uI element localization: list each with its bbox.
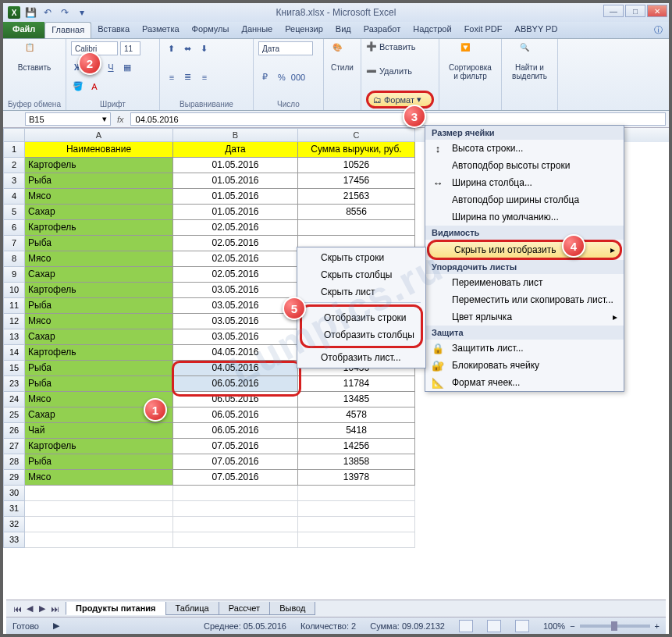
menu-hide-show[interactable]: Скрыть или отобразить▸ [427,240,622,260]
zoom-slider[interactable] [580,625,650,628]
row-header[interactable]: 29 [3,470,25,486]
cell[interactable]: Картофель [25,283,173,298]
align-bot-icon[interactable]: ⬇ [197,41,212,55]
cell[interactable]: Мясо [25,251,173,267]
row-header[interactable]: 15 [3,361,25,376]
row-header[interactable]: 31 [3,501,25,517]
menu-protect-sheet[interactable]: 🔒Защитить лист... [425,340,624,357]
percent-icon[interactable]: % [275,70,289,84]
tab-addins[interactable]: Надстрой [407,22,457,38]
cell[interactable] [173,501,298,517]
status-macro-icon[interactable]: ▶ [53,621,59,631]
tab-layout[interactable]: Разметка [136,22,186,38]
cell[interactable] [173,486,298,501]
cell[interactable] [173,517,298,532]
cell[interactable] [298,501,415,517]
tab-developer[interactable]: Разработ [357,22,407,38]
view-layout-icon[interactable] [487,620,501,632]
menu-autofit-row[interactable]: Автоподбор высоты строки [425,157,624,174]
sheet-nav-first-icon[interactable]: ⏮ [11,603,23,615]
row-header[interactable]: 28 [3,454,25,470]
cell[interactable]: Картофель [25,345,173,361]
row-header[interactable]: 26 [3,423,25,439]
view-normal-icon[interactable] [459,620,473,632]
menu-hide-rows[interactable]: Скрыть строки [299,249,424,266]
row-header[interactable]: 5 [3,205,25,220]
cell[interactable]: 10526 [298,158,415,173]
minimize-button[interactable]: — [603,5,624,17]
cell[interactable]: Картофель [25,439,173,454]
row-header[interactable]: 25 [3,407,25,423]
menu-row-height[interactable]: ↕Высота строки... [425,140,624,157]
name-box-dropdown-icon[interactable]: ▾ [102,114,107,124]
cell[interactable]: 02.05.2016 [173,236,298,251]
number-format[interactable]: Дата [258,41,313,55]
maximize-button[interactable]: □ [625,5,645,17]
row-header[interactable]: 30 [3,486,25,501]
cell[interactable]: 21563 [298,189,415,205]
cell[interactable]: 02.05.2016 [173,251,298,267]
cell[interactable]: 5418 [298,423,415,439]
cell[interactable]: 03.05.2016 [173,329,298,345]
comma-icon[interactable]: 000 [291,70,305,84]
menu-format-cells[interactable]: 📐Формат ячеек... [425,374,624,391]
formula-input[interactable]: 04.05.2016 [130,112,666,126]
row-header[interactable]: 7 [3,236,25,251]
cell[interactable]: 07.05.2016 [173,439,298,454]
cell[interactable]: 13858 [298,454,415,470]
cell[interactable] [173,532,298,548]
styles-button[interactable]: 🎨 Стили [329,41,356,73]
sheet-tab-1[interactable]: Продукты питания [66,602,166,615]
sheet-nav-prev-icon[interactable]: ◀ [23,603,36,615]
cell[interactable]: 06.05.2016 [173,376,298,392]
cell[interactable]: 04.05.2016 [173,345,298,361]
cell[interactable] [25,517,173,532]
tab-review[interactable]: Рецензир [279,22,329,38]
cell[interactable]: 13978 [298,470,415,486]
menu-rename-sheet[interactable]: Переименовать лист [425,274,624,291]
undo-icon[interactable]: ↶ [41,5,55,20]
cell[interactable]: 03.05.2016 [173,298,298,314]
menu-tab-color[interactable]: Цвет ярлычка▸ [425,308,624,326]
cell[interactable]: Сахар [25,329,173,345]
align-center-icon[interactable]: ≣ [181,70,195,84]
sheet-tab-2[interactable]: Таблица [165,602,219,615]
row-header[interactable]: 12 [3,314,25,329]
cell[interactable]: 02.05.2016 [173,267,298,283]
menu-show-sheet[interactable]: Отобразить лист... [299,349,424,366]
cell[interactable]: Рыба [25,298,173,314]
row-header[interactable]: 13 [3,329,25,345]
cell[interactable]: Мясо [25,189,173,205]
menu-move-copy[interactable]: Переместить или скопировать лист... [425,291,624,308]
cell[interactable]: 4578 [298,407,415,423]
underline-button[interactable]: Ч [104,60,118,74]
align-top-icon[interactable]: ⬆ [165,41,179,55]
file-tab[interactable]: Файл [3,22,44,38]
tab-data[interactable]: Данные [235,22,279,38]
cell[interactable]: Сахар [25,267,173,283]
sheet-nav-next-icon[interactable]: ▶ [36,603,48,615]
cell[interactable] [25,532,173,548]
font-size[interactable]: 11 [120,41,140,55]
row-header[interactable]: 3 [3,173,25,189]
row-header[interactable]: 6 [3,220,25,236]
currency-icon[interactable]: ₽ [258,70,272,84]
cell[interactable]: Рыба [25,454,173,470]
cell[interactable]: Мясо [25,314,173,329]
menu-hide-sheet[interactable]: Скрыть лист [299,283,424,301]
menu-show-rows[interactable]: Отобразить строки [302,309,421,326]
cell[interactable]: Чай [25,423,173,439]
row-header[interactable]: 27 [3,439,25,454]
align-left-icon[interactable]: ≡ [165,70,179,84]
cell[interactable]: Картофель [25,158,173,173]
tab-view[interactable]: Вид [329,22,357,38]
cell[interactable]: 03.05.2016 [173,283,298,298]
border-button[interactable]: ▦ [120,60,134,74]
sheet-tab-4[interactable]: Вывод [269,602,315,615]
menu-lock-cell[interactable]: 🔐Блокировать ячейку [425,357,624,374]
row-header[interactable]: 4 [3,189,25,205]
cell[interactable]: 07.05.2016 [173,470,298,486]
qat-more-icon[interactable]: ▾ [75,5,89,20]
ribbon-help-icon[interactable]: ⓘ [648,22,669,38]
cell[interactable]: 04.05.2016 [173,361,298,376]
